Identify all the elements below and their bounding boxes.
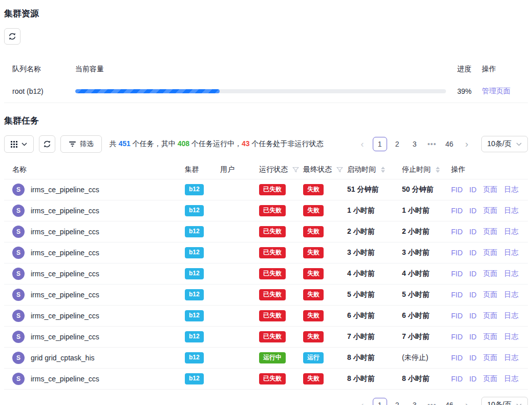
page-button-3[interactable]: 3 <box>408 398 422 405</box>
id-link[interactable]: ID <box>470 354 477 362</box>
id-link[interactable]: ID <box>470 228 477 236</box>
filter-button[interactable]: 筛选 <box>60 135 102 153</box>
final-status-badge: 失败 <box>303 184 324 195</box>
log-link[interactable]: 日志 <box>504 311 519 320</box>
page-button-46[interactable]: 46 <box>442 137 457 151</box>
run-status-badge: 已失败 <box>259 310 286 321</box>
pagination-ellipsis[interactable]: ••• <box>425 398 439 405</box>
row-actions: FIDID页面日志 <box>451 206 528 215</box>
page-link[interactable]: 页面 <box>483 374 498 383</box>
run-status-badge: 已失败 <box>259 205 286 216</box>
cluster-badge: b12 <box>185 373 204 384</box>
run-status-badge: 已失败 <box>259 373 286 384</box>
row-actions: FIDID页面日志 <box>451 374 528 383</box>
fid-link[interactable]: FID <box>451 354 463 362</box>
id-link[interactable]: ID <box>470 333 477 341</box>
prev-page-button[interactable]: ‹ <box>355 137 370 151</box>
final-status-badge: 失败 <box>303 331 324 342</box>
next-page-button[interactable]: › <box>460 398 474 405</box>
stop-time: 4 小时前 <box>402 269 451 278</box>
prev-page-button[interactable]: ‹ <box>355 398 370 405</box>
avatar: S <box>12 247 25 259</box>
fid-link[interactable]: FID <box>451 270 463 278</box>
fid-link[interactable]: FID <box>451 207 463 215</box>
column-header-cluster: 集群 <box>185 165 220 174</box>
row-actions: FIDID页面日志 <box>451 311 528 320</box>
page-button-3[interactable]: 3 <box>408 137 422 151</box>
id-link[interactable]: ID <box>470 312 477 320</box>
sort-icon[interactable] <box>381 167 385 173</box>
column-header-actions: 操作 <box>451 165 528 174</box>
log-link[interactable]: 日志 <box>504 227 519 236</box>
manage-page-link[interactable]: 管理页面 <box>482 87 510 95</box>
cluster-badge: b12 <box>185 205 204 216</box>
cluster-badge: b12 <box>185 268 204 279</box>
fid-link[interactable]: FID <box>451 333 463 341</box>
cluster-badge: b12 <box>185 247 204 258</box>
start-time: 4 小时前 <box>347 269 402 278</box>
page-link[interactable]: 页面 <box>483 206 498 215</box>
final-status-badge: 失败 <box>303 289 324 300</box>
final-status-badge: 失败 <box>303 268 324 279</box>
id-link[interactable]: ID <box>470 375 477 383</box>
page-link[interactable]: 页面 <box>483 269 498 278</box>
queue-name: root (b12) <box>4 87 75 95</box>
page-button-2[interactable]: 2 <box>390 137 405 151</box>
page-link[interactable]: 页面 <box>483 332 498 341</box>
page-button-2[interactable]: 2 <box>390 398 405 405</box>
column-header-capacity: 当前容量 <box>75 65 454 74</box>
fid-link[interactable]: FID <box>451 228 463 236</box>
fid-link[interactable]: FID <box>451 312 463 320</box>
next-page-button[interactable]: › <box>460 137 474 151</box>
page-button-1[interactable]: 1 <box>373 137 387 151</box>
id-link[interactable]: ID <box>470 207 477 215</box>
stop-time: 5 小时前 <box>402 290 451 299</box>
task-name: irms_ce_pipeline_ccs <box>31 312 99 320</box>
page-link[interactable]: 页面 <box>483 248 498 257</box>
filter-funnel-icon[interactable] <box>292 167 299 173</box>
row-actions: FIDID页面日志 <box>451 185 528 194</box>
fid-link[interactable]: FID <box>451 186 463 194</box>
log-link[interactable]: 日志 <box>504 290 519 299</box>
id-link[interactable]: ID <box>470 270 477 278</box>
progress-value: 39% <box>454 87 479 95</box>
start-time: 2 小时前 <box>347 227 402 236</box>
id-link[interactable]: ID <box>470 186 477 194</box>
page-link[interactable]: 页面 <box>483 290 498 299</box>
log-link[interactable]: 日志 <box>504 248 519 257</box>
log-link[interactable]: 日志 <box>504 353 519 362</box>
chevron-down-icon <box>516 143 522 146</box>
run-status-badge: 已失败 <box>259 331 286 342</box>
start-time: 51 分钟前 <box>347 185 402 194</box>
id-link[interactable]: ID <box>470 249 477 257</box>
page-link[interactable]: 页面 <box>483 185 498 194</box>
pagination-ellipsis[interactable]: ••• <box>425 137 439 151</box>
table-row: S irms_ce_pipeline_ccs b12 已失败 失败 8 小时前 … <box>4 369 528 390</box>
page-link[interactable]: 页面 <box>483 311 498 320</box>
log-link[interactable]: 日志 <box>504 269 519 278</box>
resources-table: 队列名称 当前容量 进度 操作 root (b12) 39% 管理页面 <box>4 59 528 103</box>
page-size-select[interactable]: 10条/页 <box>481 136 528 152</box>
filter-funnel-icon[interactable] <box>336 167 343 173</box>
resources-refresh-button[interactable] <box>4 28 20 45</box>
fid-link[interactable]: FID <box>451 375 463 383</box>
log-link[interactable]: 日志 <box>504 206 519 215</box>
summary-text: 个任务，其中 <box>131 139 178 148</box>
cluster-badge: b12 <box>185 184 204 195</box>
id-link[interactable]: ID <box>470 291 477 299</box>
table-row: S irms_ce_pipeline_ccs b12 已失败 失败 1 小时前 … <box>4 200 528 221</box>
log-link[interactable]: 日志 <box>504 332 519 341</box>
page-size-select[interactable]: 10条/页 <box>481 397 528 405</box>
tasks-refresh-button[interactable] <box>39 135 55 153</box>
fid-link[interactable]: FID <box>451 291 463 299</box>
page-button-46[interactable]: 46 <box>442 398 457 405</box>
page-link[interactable]: 页面 <box>483 353 498 362</box>
view-mode-button[interactable] <box>4 135 34 153</box>
page-button-1[interactable]: 1 <box>373 398 387 405</box>
log-link[interactable]: 日志 <box>504 374 519 383</box>
cluster-badge: b12 <box>185 289 204 300</box>
log-link[interactable]: 日志 <box>504 185 519 194</box>
page-link[interactable]: 页面 <box>483 227 498 236</box>
sort-icon[interactable] <box>436 167 440 173</box>
fid-link[interactable]: FID <box>451 249 463 257</box>
